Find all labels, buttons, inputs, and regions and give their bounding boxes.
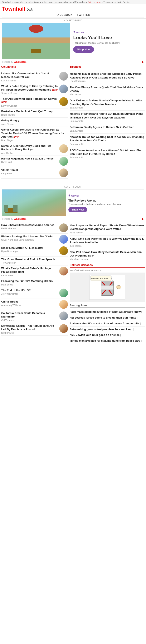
columnist-title[interactable]: Going Hungry bbox=[1, 119, 68, 122]
tipsheet-title[interactable]: The One Stacey Abrams Quote That Should … bbox=[70, 85, 145, 93]
columnist-title[interactable]: China Threat bbox=[1, 300, 58, 304]
avatar bbox=[59, 224, 68, 232]
columnist-title[interactable]: 'Uncle Tom II' bbox=[1, 168, 58, 172]
columnist-author: Cal Thomas bbox=[1, 319, 58, 322]
columnist-title[interactable]: Brokeback Media Just Can't Quit Trump bbox=[1, 110, 68, 113]
political-cartoons-section: Political Cartoons townhallpoliticalcart… bbox=[70, 264, 145, 302]
columnist-author: John Stossel bbox=[1, 123, 68, 125]
ad-close-1[interactable]: ▶ bbox=[142, 60, 144, 63]
list-item: Harriet Hageman: How I Beat Liz Cheney B… bbox=[1, 156, 68, 167]
list-item: Black Lies Matter. All Lies Matter Ryan … bbox=[1, 245, 68, 256]
columnist-title[interactable]: Biden's Strategy For Ukraine: Don't Win bbox=[1, 235, 58, 238]
columnist-author: Pat Buchanan bbox=[1, 227, 58, 230]
svg-text:NO VOTE FOR YOU!: NO VOTE FOR YOU! bbox=[91, 277, 108, 280]
right-section-2: New Inspector General Report Shoots Down… bbox=[70, 222, 145, 344]
tipsheet-author: Sarah Arnold bbox=[70, 106, 145, 109]
bearing-arms-section: Bearing Arms Fatal mass stabbing evidenc… bbox=[70, 304, 145, 344]
columnist-author: Derek Hunter bbox=[1, 114, 68, 116]
wayfair-logo-1: ♦ wayfair bbox=[73, 30, 141, 34]
wayfair-logo-2: ♦ wayfair bbox=[68, 193, 142, 198]
columnist-title[interactable]: They Are Showing Their Totalitarian Selv… bbox=[1, 97, 58, 104]
bearing-title[interactable]: Alabama sheriff's upset at loss of revie… bbox=[70, 322, 145, 326]
list-item: The End of the US...SR Jerry Newcombe bbox=[1, 287, 68, 299]
columnist-author: Kurt Schlichter bbox=[1, 79, 58, 82]
shop-now-button-1[interactable]: Shop Now bbox=[73, 46, 94, 53]
columnist-title[interactable]: Black Lies Matter. All Lies Matter bbox=[1, 246, 58, 250]
ad-image-2 bbox=[2, 190, 66, 216]
list-item: Newsom Trolled for Wearing Coat in AC Wh… bbox=[70, 134, 145, 147]
columnists-header: Columnists bbox=[1, 65, 68, 69]
list-item: The 'Great Reset' and End of Free Speech… bbox=[1, 256, 68, 266]
list-item: Biden's Strategy For Ukraine: Don't Win … bbox=[1, 234, 68, 245]
twitter-link[interactable]: TWITTER bbox=[77, 13, 90, 16]
columnists-section-2: How Liberal Elites Detest Middle America… bbox=[1, 222, 68, 344]
vip-badge: ≣VIP bbox=[87, 254, 94, 257]
tipsheet-author: Sarah Arnold bbox=[70, 156, 145, 159]
columnist-title[interactable]: How Liberal Elites Detest Middle America bbox=[1, 224, 58, 227]
cartoon-image: NO VOTE FOR YOU! bbox=[70, 272, 145, 302]
tipsheet-title[interactable]: Newsom Trolled for Wearing Coat in AC Wh… bbox=[70, 135, 145, 142]
list-item: Fatal mass stabbing evidence of what we … bbox=[70, 309, 145, 315]
list-item: How Liberal Elites Detest Middle America… bbox=[1, 222, 68, 234]
avatar bbox=[59, 144, 68, 153]
list-item: 'Uncle Tom II' Larry Elder bbox=[1, 167, 68, 179]
avatar bbox=[59, 84, 68, 93]
list-item: NYS Jewish Gun Club goes on offense bbox=[70, 332, 145, 338]
columnist-title[interactable]: What's Really Behind Biden's Unhinged Ph… bbox=[1, 267, 58, 274]
ad-label-1: ADVERTISEMENT bbox=[0, 18, 146, 22]
tipsheet-author: Sarah Arnold bbox=[70, 120, 145, 122]
tipsheet-title[interactable]: New Inspector General Report Shoots Down… bbox=[70, 224, 145, 231]
bearing-title[interactable]: NYS Jewish Gun Club goes on offense bbox=[70, 333, 145, 337]
list-item: Majority of Americans Had to Cut Back on… bbox=[70, 110, 145, 124]
bearing-title[interactable]: Illinois men arrested for stealing guns … bbox=[70, 339, 145, 343]
avatar bbox=[59, 324, 68, 333]
bearing-title[interactable]: Fatal mass stabbing evidence of what we … bbox=[70, 310, 145, 314]
columnist-title[interactable]: Dems: A Killer on Every Block and Two Ra… bbox=[1, 144, 58, 151]
facebook-link[interactable]: FACEBOOK bbox=[56, 13, 73, 16]
columnist-title[interactable]: Democrats Charge That Republicans Are Le… bbox=[1, 324, 58, 331]
tipsheet-title[interactable]: Gov. DeSantis Praises Special Olympian I… bbox=[70, 99, 145, 106]
tipsheet-title[interactable]: Memphis Mayor Blasts Shooting Suspect's … bbox=[70, 72, 145, 79]
tipsheet-author: Matt Vespa bbox=[70, 93, 145, 96]
columnist-title[interactable]: What Is Biden Trying to Hide by Refusing… bbox=[1, 84, 58, 92]
list-item: Going Hungry John Stossel bbox=[1, 118, 68, 127]
tipsheet-title[interactable]: New Poll Shows How Many Democrats Believ… bbox=[70, 250, 145, 258]
ad-image-1 bbox=[2, 23, 70, 59]
list-item: Dems: A Killer on Every Block and Two Ra… bbox=[1, 143, 68, 156]
columnist-author: Oliver North and David Goetsch bbox=[1, 238, 58, 241]
shop-now-button-2[interactable]: Shop Now bbox=[68, 207, 87, 212]
tipsheet-title[interactable]: Majority of Americans Had to Cut Back on… bbox=[70, 112, 145, 119]
columnist-title[interactable]: The 'Great Reset' and End of Free Speech bbox=[1, 258, 68, 261]
bearing-title[interactable]: FBI secretly forced some to give up thei… bbox=[70, 316, 145, 320]
join-link[interactable]: Join us today bbox=[88, 1, 102, 3]
ad-content-2: ♦ wayfair The Reviews Are In: These are … bbox=[66, 190, 144, 216]
top-banner: Townhall is supported by advertising and… bbox=[0, 0, 146, 4]
columnist-title[interactable]: The End of the US...SR bbox=[1, 288, 58, 292]
list-item: Memphis Mayor Blasts Shooting Suspect's … bbox=[70, 70, 145, 84]
powered-by-1: Powered by 22Lionesses ▶ bbox=[0, 60, 146, 64]
columnist-author: Scott Powell bbox=[1, 332, 58, 334]
tipsheet-section: Tipsheet Memphis Mayor Blasts Shooting S… bbox=[70, 65, 145, 179]
tipsheet-title[interactable]: Fetterman Finally Agrees to Debate Oz in… bbox=[70, 125, 145, 129]
columnist-title[interactable]: California Dream Could Become a Nightmar… bbox=[1, 312, 58, 318]
ad-content-1: ♦ wayfair Looks You'll Love Thousands of… bbox=[70, 23, 144, 59]
list-item: Following the Fuhrer's Marching Orders M… bbox=[1, 278, 68, 287]
columnist-title[interactable]: Harriet Hageman: How I Beat Liz Cheney bbox=[1, 157, 58, 160]
tipsheet-title[interactable]: AOC Claims Americans 'Hate Women,' But A… bbox=[70, 148, 145, 156]
list-item: Beto making gun control promises he can'… bbox=[70, 327, 145, 332]
list-item: The One Stacey Abrams Quote That Should … bbox=[70, 84, 145, 97]
list-item: Labels Like 'Conservative' Are Just A Me… bbox=[1, 70, 68, 83]
ad-close-2[interactable]: ▶ bbox=[142, 218, 144, 220]
columnist-author: Mark Lewis bbox=[1, 284, 68, 286]
list-item: AOC Claims Americans 'Hate Women,' But A… bbox=[70, 147, 145, 160]
columnist-title[interactable]: Labels Like 'Conservative' Are Just A Me… bbox=[1, 72, 58, 79]
columnist-title[interactable]: Glenn Kessler Refuses to Fact-Check FBI,… bbox=[1, 128, 68, 139]
vip-badge: ≣VIP bbox=[13, 136, 19, 138]
columnist-title[interactable]: Following the Fuhrer's Marching Orders bbox=[1, 280, 68, 283]
ad-reviews-header: The Reviews Are In: bbox=[68, 199, 142, 202]
tipsheet-author: Sarah Arnold bbox=[70, 143, 145, 145]
tipsheet-title[interactable]: Kabul Gold Star Parents: This Is Why We … bbox=[70, 237, 145, 244]
tipsheet-author: Katie Pavlich bbox=[70, 231, 145, 234]
bearing-title[interactable]: Beto making gun control promises he can'… bbox=[70, 328, 145, 331]
columnist-author: Ryan Bomberger bbox=[1, 250, 58, 252]
